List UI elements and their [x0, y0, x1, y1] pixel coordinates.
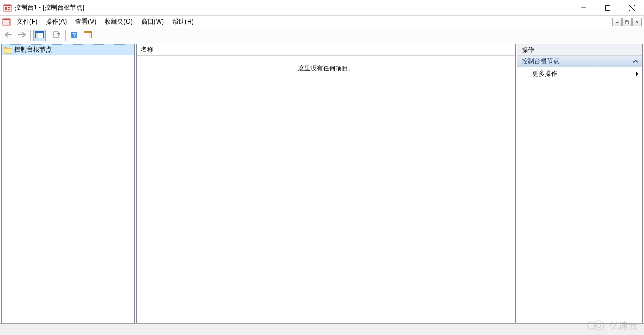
- action-group-label: 控制台根节点: [522, 57, 559, 66]
- maximize-button[interactable]: [596, 0, 620, 15]
- help-button[interactable]: ?: [68, 30, 80, 41]
- tree-root-label: 控制台根节点: [14, 45, 52, 54]
- mdi-minimize-button[interactable]: –: [612, 18, 622, 26]
- menu-view[interactable]: 查看(V): [71, 16, 100, 28]
- export-icon: [53, 31, 60, 40]
- svg-rect-2: [5, 7, 7, 10]
- menu-window[interactable]: 窗口(W): [137, 16, 168, 28]
- svg-rect-16: [54, 32, 58, 38]
- action-more-actions-label: 更多操作: [532, 69, 557, 78]
- sidepane-icon: [84, 31, 92, 40]
- svg-rect-1: [4, 5, 11, 6]
- toolbar: ?: [0, 28, 644, 43]
- show-actions-button[interactable]: [81, 30, 94, 41]
- svg-rect-15: [36, 32, 44, 33]
- forward-button[interactable]: [16, 30, 28, 41]
- svg-rect-6: [606, 5, 610, 10]
- toolbar-separator: [48, 30, 48, 41]
- window-title: 控制台1 - [控制台根节点]: [15, 3, 572, 12]
- export-button[interactable]: [50, 30, 63, 41]
- arrow-right-icon: [18, 31, 26, 40]
- show-tree-button[interactable]: [33, 30, 46, 41]
- mdi-close-button[interactable]: ×: [632, 18, 642, 26]
- empty-list-message: 这里没有任何项目。: [137, 56, 515, 73]
- svg-text:?: ?: [72, 32, 76, 38]
- menu-bar: 文件(F) 操作(A) 查看(V) 收藏夹(O) 窗口(W) 帮助(H) – ×: [0, 16, 644, 28]
- toolbar-separator: [65, 30, 66, 41]
- menu-help[interactable]: 帮助(H): [168, 16, 198, 28]
- mdi-controls: – ×: [612, 18, 643, 26]
- panes-icon: [35, 31, 44, 40]
- close-button[interactable]: [620, 0, 644, 15]
- action-more-actions[interactable]: 更多操作: [517, 67, 642, 80]
- tree-pane: 控制台根节点: [1, 44, 135, 323]
- svg-rect-3: [8, 7, 10, 8]
- svg-rect-12: [625, 21, 628, 24]
- workspace: 控制台根节点 名称 这里没有任何项目。 操作 控制台根节点 更多操作: [0, 43, 644, 323]
- menu-file[interactable]: 文件(F): [13, 16, 41, 28]
- action-group-header[interactable]: 控制台根节点: [517, 56, 642, 67]
- svg-rect-21: [84, 32, 92, 33]
- doc-icon: [2, 18, 11, 26]
- svg-rect-10: [3, 19, 10, 20]
- column-header-name-label: 名称: [141, 45, 153, 54]
- status-bar: [0, 323, 644, 335]
- chevron-right-icon: [636, 70, 638, 78]
- folder-icon: [4, 46, 12, 54]
- collapse-up-icon: [633, 58, 638, 65]
- minimize-button[interactable]: [572, 0, 596, 15]
- tree-root-item[interactable]: 控制台根节点: [2, 44, 134, 55]
- title-bar: 控制台1 - [控制台根节点]: [0, 0, 644, 16]
- action-pane-header: 操作: [517, 44, 642, 56]
- svg-rect-4: [8, 9, 10, 10]
- help-icon: ?: [70, 31, 78, 40]
- toolbar-separator: [30, 30, 31, 41]
- arrow-left-icon: [4, 31, 13, 40]
- list-pane: 名称 这里没有任何项目。: [136, 44, 516, 323]
- menu-action[interactable]: 操作(A): [41, 16, 71, 28]
- back-button[interactable]: [2, 30, 15, 41]
- mdi-restore-button[interactable]: [622, 18, 632, 26]
- column-header-name[interactable]: 名称: [137, 44, 515, 56]
- app-icon: [3, 4, 12, 12]
- menu-favorites[interactable]: 收藏夹(O): [100, 16, 137, 28]
- action-pane: 操作 控制台根节点 更多操作: [517, 44, 643, 323]
